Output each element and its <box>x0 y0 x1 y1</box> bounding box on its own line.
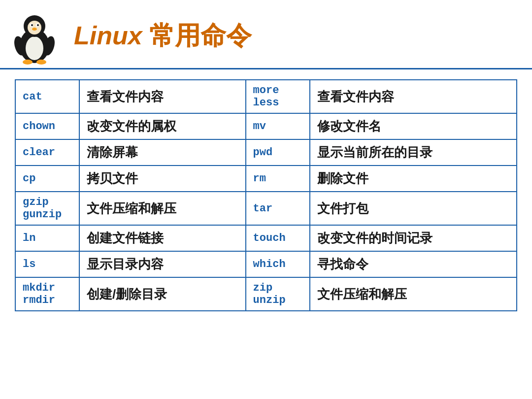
description-cell-left: 显示目录内容 <box>79 251 246 277</box>
command-cell-right: rm <box>246 166 310 192</box>
command-cell-left: cat <box>15 80 79 113</box>
table-row: ln创建文件链接touch改变文件的时间记录 <box>15 225 517 251</box>
description-cell-right: 显示当前所在的目录 <box>310 139 517 166</box>
page-header: Linux 常用命令 <box>0 0 532 69</box>
command-cell-left: cp <box>15 166 79 192</box>
table-row: cat查看文件内容more less查看文件内容 <box>15 80 517 113</box>
description-cell-right: 文件压缩和解压 <box>310 277 517 311</box>
command-cell-left: ls <box>15 251 79 277</box>
description-cell-left: 拷贝文件 <box>79 166 246 192</box>
svg-rect-14 <box>39 60 43 64</box>
table-row: clear清除屏幕pwd显示当前所在的目录 <box>15 139 517 166</box>
command-cell-left: ln <box>15 225 79 251</box>
page-title: Linux 常用命令 <box>74 19 252 53</box>
svg-rect-13 <box>26 60 30 64</box>
table-row: cp拷贝文件rm删除文件 <box>15 166 517 192</box>
command-cell-right: mv <box>246 113 310 139</box>
command-cell-left: clear <box>15 139 79 166</box>
description-cell-right: 删除文件 <box>310 166 517 192</box>
table-row: ls显示目录内容which寻找命令 <box>15 251 517 277</box>
command-cell-left: gzip gunzip <box>15 192 79 225</box>
description-cell-left: 文件压缩和解压 <box>79 192 246 225</box>
commands-table: cat查看文件内容more less查看文件内容chown改变文件的属权mv修改… <box>15 79 517 311</box>
table-row: gzip gunzip文件压缩和解压tar文件打包 <box>15 192 517 225</box>
command-cell-left: mkdir rmdir <box>15 277 79 311</box>
description-cell-right: 文件打包 <box>310 192 517 225</box>
description-cell-left: 查看文件内容 <box>79 80 246 113</box>
description-cell-right: 查看文件内容 <box>310 80 517 113</box>
svg-point-7 <box>37 24 39 26</box>
description-cell-left: 清除屏幕 <box>79 139 246 166</box>
table-row: chown改变文件的属权mv修改文件名 <box>15 113 517 139</box>
description-cell-right: 修改文件名 <box>310 113 517 139</box>
command-cell-right: tar <box>246 192 310 225</box>
description-cell-left: 改变文件的属权 <box>79 113 246 139</box>
command-cell-right: zip unzip <box>246 277 310 311</box>
command-cell-right: touch <box>246 225 310 251</box>
description-cell-left: 创建文件链接 <box>79 225 246 251</box>
command-cell-right: which <box>246 251 310 277</box>
command-cell-right: more less <box>246 80 310 113</box>
svg-point-1 <box>26 36 43 60</box>
command-cell-left: chown <box>15 113 79 139</box>
command-cell-right: pwd <box>246 139 310 166</box>
description-cell-left: 创建/删除目录 <box>79 277 246 311</box>
svg-point-8 <box>32 28 37 31</box>
description-cell-right: 改变文件的时间记录 <box>310 225 517 251</box>
table-row: mkdir rmdir创建/删除目录zip unzip文件压缩和解压 <box>15 277 517 311</box>
main-content: cat查看文件内容more less查看文件内容chown改变文件的属权mv修改… <box>0 69 532 321</box>
svg-point-6 <box>31 24 33 26</box>
description-cell-right: 寻找命令 <box>310 251 517 277</box>
tux-logo <box>10 9 64 63</box>
